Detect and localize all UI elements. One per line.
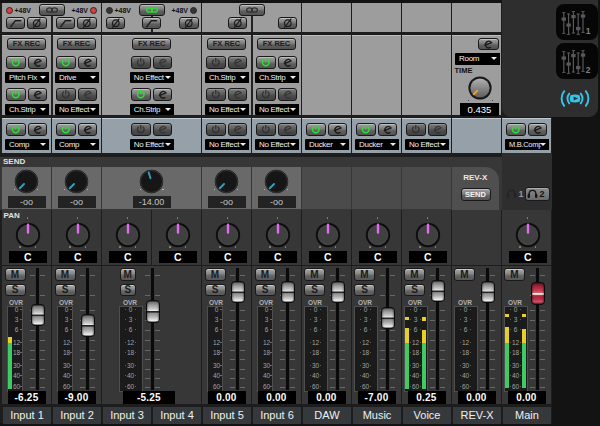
svg-text:2: 2 [586,65,591,75]
svg-text:1: 1 [586,26,591,36]
